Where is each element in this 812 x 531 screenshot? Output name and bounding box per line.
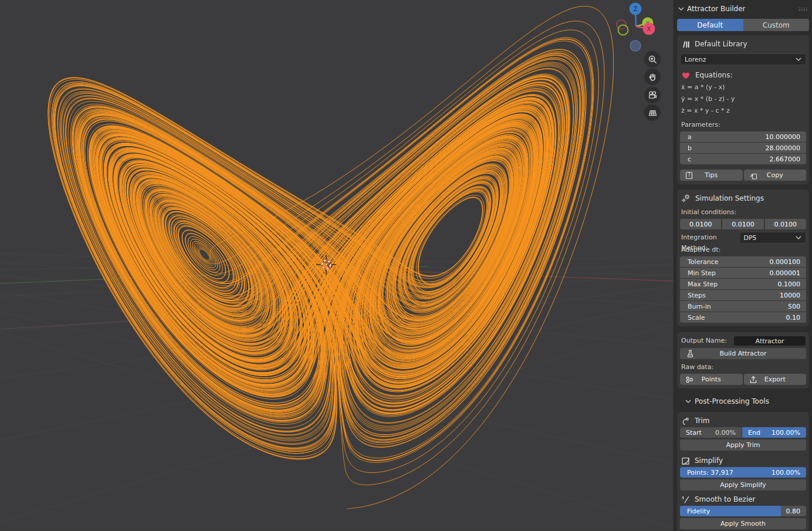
tab-custom[interactable]: Custom	[743, 19, 810, 31]
min-step-field[interactable]: Min Step 0.000001	[680, 268, 806, 278]
axis-ball-pos-x[interactable]: X	[643, 23, 655, 35]
library-icon	[681, 40, 690, 49]
axis-label-x: X	[647, 26, 651, 32]
tolerance-field[interactable]: Tolerance 0.000100	[680, 256, 806, 267]
adaptive-dt-label: Adaptive dt:	[680, 245, 806, 255]
equation-x: ẋ = a * (y - x)	[680, 82, 806, 93]
attractor-builder-panel: Attractor Builder Default Custom Default…	[674, 0, 812, 531]
axis-label-z: Z	[634, 6, 638, 12]
smooth-icon	[681, 495, 690, 504]
param-field-a[interactable]: a 10.000000	[680, 131, 806, 142]
default-library-section: Default Library Lorenz Equations: ẋ = a …	[677, 35, 809, 184]
chevron-down-icon	[796, 235, 801, 240]
copy-icon	[749, 171, 757, 180]
apply-simplify-button[interactable]: Apply Simplify	[680, 479, 806, 491]
output-name-label: Output Name:	[680, 336, 733, 346]
integration-method-label: Integration Method:	[680, 232, 739, 243]
svg-text:?: ?	[688, 173, 690, 178]
build-attractor-button[interactable]: Build Attractor	[680, 348, 806, 359]
section-title: Simulation Settings	[695, 194, 764, 202]
output-name-input[interactable]	[733, 336, 806, 346]
chevron-down-icon	[685, 399, 691, 404]
output-section: Output Name: Build Attractor Raw data:	[677, 332, 809, 388]
pan-button[interactable]	[644, 69, 661, 85]
tips-icon: ?	[685, 171, 693, 180]
raw-data-label: Raw data:	[680, 362, 806, 373]
integration-method-dropdown[interactable]: DP5	[739, 232, 807, 243]
lorenz-attractor-canvas[interactable]	[0, 0, 674, 531]
simulation-settings-section: Simulation Settings Initial conditions: …	[677, 190, 809, 326]
zoom-icon	[648, 55, 658, 65]
trim-end-slider[interactable]: End 100.00%	[742, 427, 806, 438]
flask-icon	[686, 349, 695, 358]
equations-label: Equations:	[695, 71, 732, 79]
initial-x-field[interactable]: 0.0100	[680, 219, 721, 229]
panel-title: Attractor Builder	[687, 5, 796, 13]
trim-title: Trim	[695, 417, 710, 425]
tab-default[interactable]: Default	[677, 19, 743, 31]
param-field-b[interactable]: b 28.000000	[680, 143, 806, 153]
gears-icon	[681, 194, 691, 203]
hand-icon	[648, 72, 658, 82]
preset-value: Lorenz	[685, 56, 796, 63]
panel-drag-dots[interactable]	[799, 7, 808, 11]
scale-field[interactable]: Scale 0.10	[680, 312, 806, 323]
preset-dropdown[interactable]: Lorenz	[680, 53, 806, 65]
equation-y: ẏ = x * (b - z) - y	[680, 93, 806, 105]
axis-ball-neg-z[interactable]	[630, 40, 641, 51]
post-processing-header[interactable]: Post-Processing Tools	[685, 395, 809, 407]
initial-y-field[interactable]: 0.0100	[722, 219, 763, 229]
camera-icon	[648, 90, 658, 100]
mode-tabs: Default Custom	[677, 19, 809, 31]
simplify-icon	[681, 456, 690, 465]
burn-in-field[interactable]: Burn-in 500	[680, 301, 806, 312]
grid-icon	[648, 108, 658, 118]
post-processing-section: Trim Start 0.00% End 100.00% Apply Trim	[677, 412, 809, 531]
cursor-3d-icon	[316, 255, 336, 275]
trim-start-slider[interactable]: Start 0.00%	[680, 427, 742, 438]
fidelity-slider[interactable]: Fidelity 0.80	[680, 506, 806, 516]
initial-z-field[interactable]: 0.0100	[765, 219, 806, 229]
apply-trim-button[interactable]: Apply Trim	[680, 439, 806, 451]
parameters-label: Parameters:	[680, 120, 806, 130]
trim-icon	[681, 417, 690, 425]
apply-smooth-button[interactable]: Apply Smooth	[680, 518, 806, 529]
param-field-c[interactable]: c 2.667000	[680, 154, 806, 164]
export-button[interactable]: Export	[744, 374, 807, 385]
equation-z: ż = x * y - c * z	[680, 105, 806, 117]
steps-field[interactable]: Steps 10000	[680, 290, 806, 300]
camera-view-button[interactable]	[644, 87, 661, 103]
axis-ball-pos-z[interactable]: Z	[630, 3, 642, 15]
points-icon	[685, 376, 693, 384]
points-button[interactable]: Points	[680, 374, 743, 385]
chevron-down-icon	[678, 6, 684, 11]
axis-ball-neg-y[interactable]	[618, 25, 628, 35]
max-step-field[interactable]: Max Step 0.1000	[680, 279, 806, 289]
tips-button[interactable]: ? Tips	[680, 170, 743, 181]
zoom-button[interactable]	[644, 51, 661, 67]
export-icon	[749, 376, 757, 384]
section-title: Default Library	[695, 40, 747, 48]
initial-conditions-label: Initial conditions:	[680, 207, 806, 218]
app-window: Y X Z	[0, 0, 812, 531]
heart-icon	[681, 71, 691, 80]
chevron-down-icon	[796, 57, 801, 62]
simplify-title: Simplify	[695, 456, 723, 465]
viewport-3d[interactable]: Y X Z	[0, 0, 674, 531]
axis-gizmo[interactable]: Y X Z	[604, 0, 669, 56]
panel-header[interactable]: Attractor Builder	[677, 0, 809, 15]
grid-view-button[interactable]	[644, 104, 661, 121]
copy-button[interactable]: Copy	[744, 170, 807, 181]
simplify-ratio-slider[interactable]: Points: 37,917 100.00%	[680, 467, 806, 478]
smooth-title: Smooth to Bezier	[695, 495, 756, 503]
